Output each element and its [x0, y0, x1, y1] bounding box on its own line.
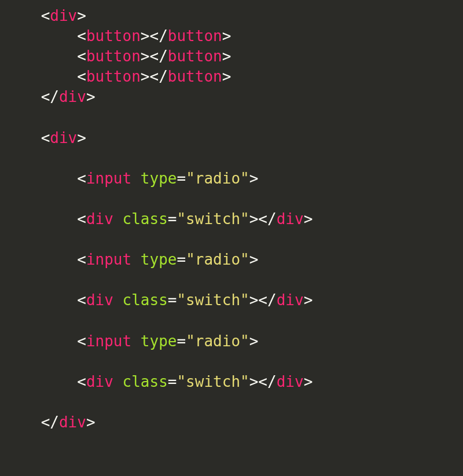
indent	[41, 68, 78, 85]
token-p: <	[77, 47, 86, 65]
token-tg: div	[86, 291, 113, 309]
gutter-space	[5, 251, 41, 268]
token-tg: button	[168, 27, 222, 45]
token-tg: button	[86, 47, 141, 65]
token-p: </	[149, 47, 167, 65]
token-p: >	[222, 27, 232, 45]
token-p: >	[304, 291, 313, 309]
token-p: >	[249, 291, 259, 309]
token-p: <	[77, 332, 86, 350]
token-p	[131, 251, 141, 268]
code-line: <button></button>	[0, 26, 463, 46]
token-tg: div	[59, 88, 86, 105]
token-p	[113, 291, 123, 309]
code-line: <input type="radio">	[0, 169, 463, 189]
gutter-space	[5, 332, 41, 350]
token-p: >	[249, 170, 259, 187]
gutter-space	[5, 47, 41, 65]
code-line: <div>	[0, 128, 463, 148]
gutter-space	[5, 149, 41, 167]
code-line: <div>	[0, 6, 463, 26]
gutter-space	[5, 413, 41, 431]
gutter-space	[5, 393, 41, 411]
indent	[41, 332, 78, 350]
code-line	[0, 392, 463, 412]
token-tg: div	[86, 373, 113, 390]
token-tg: button	[168, 47, 222, 65]
token-p: </	[149, 27, 167, 45]
token-p: <	[41, 7, 50, 24]
code-line	[0, 270, 463, 290]
token-tg: div	[50, 7, 77, 24]
token-p: >	[222, 47, 232, 65]
token-p: </	[258, 373, 276, 390]
code-line	[0, 148, 463, 169]
token-p: </	[41, 413, 59, 431]
code-line: <button></button>	[0, 67, 463, 87]
token-tg: div	[277, 373, 304, 390]
token-p	[131, 332, 141, 350]
gutter-space	[5, 170, 41, 187]
gutter-space	[5, 312, 41, 329]
gutter-space	[5, 129, 41, 147]
gutter-space	[5, 271, 41, 288]
token-tg: input	[86, 170, 131, 187]
gutter-space	[5, 88, 41, 105]
token-at: class	[123, 373, 168, 390]
code-line	[0, 310, 463, 331]
token-p: <	[77, 251, 86, 268]
token-tg: div	[59, 413, 86, 431]
indent	[41, 27, 78, 45]
token-p: >	[141, 68, 150, 85]
indent	[41, 170, 78, 187]
token-p: <	[41, 129, 50, 147]
token-eq: =	[168, 291, 177, 309]
token-p: <	[77, 68, 86, 85]
token-st: "radio"	[186, 332, 249, 350]
token-p: >	[249, 251, 259, 268]
token-p: </	[149, 68, 167, 85]
token-p: >	[249, 332, 259, 350]
code-line: <div class="switch"></div>	[0, 209, 463, 229]
gutter-space	[5, 373, 41, 390]
code-line	[0, 229, 463, 250]
token-at: class	[123, 291, 168, 309]
indent	[41, 373, 78, 390]
gutter-space	[5, 108, 41, 126]
token-p: </	[41, 88, 59, 105]
token-tg: div	[86, 210, 113, 228]
token-p: >	[141, 47, 150, 65]
token-p	[113, 210, 123, 228]
indent	[41, 291, 78, 309]
token-p: <	[77, 210, 86, 228]
token-tg: div	[277, 291, 304, 309]
token-tg: button	[168, 68, 222, 85]
code-editor: <div> <button></button> <button></button…	[0, 0, 463, 438]
code-line: <input type="radio">	[0, 250, 463, 270]
token-p: </	[258, 291, 276, 309]
token-p: >	[77, 129, 86, 147]
token-p: <	[77, 373, 86, 390]
token-eq: =	[177, 251, 186, 268]
token-p: >	[141, 27, 150, 45]
token-tg: div	[50, 129, 77, 147]
token-p	[113, 373, 123, 390]
code-line: <input type="radio">	[0, 331, 463, 351]
token-p: <	[77, 291, 86, 309]
token-eq: =	[177, 332, 186, 350]
indent	[41, 47, 78, 65]
token-tg: div	[277, 210, 304, 228]
token-eq: =	[168, 210, 177, 228]
code-line: </div>	[0, 412, 463, 433]
gutter-space	[5, 190, 41, 207]
token-st: "switch"	[177, 291, 249, 309]
token-p: >	[86, 413, 95, 431]
token-p: >	[222, 68, 232, 85]
token-st: "switch"	[177, 210, 249, 228]
token-p: >	[304, 210, 313, 228]
code-line	[0, 351, 463, 372]
token-at: type	[141, 170, 177, 187]
token-p: >	[304, 373, 313, 390]
gutter-space	[5, 27, 41, 45]
token-tg: button	[86, 27, 141, 45]
